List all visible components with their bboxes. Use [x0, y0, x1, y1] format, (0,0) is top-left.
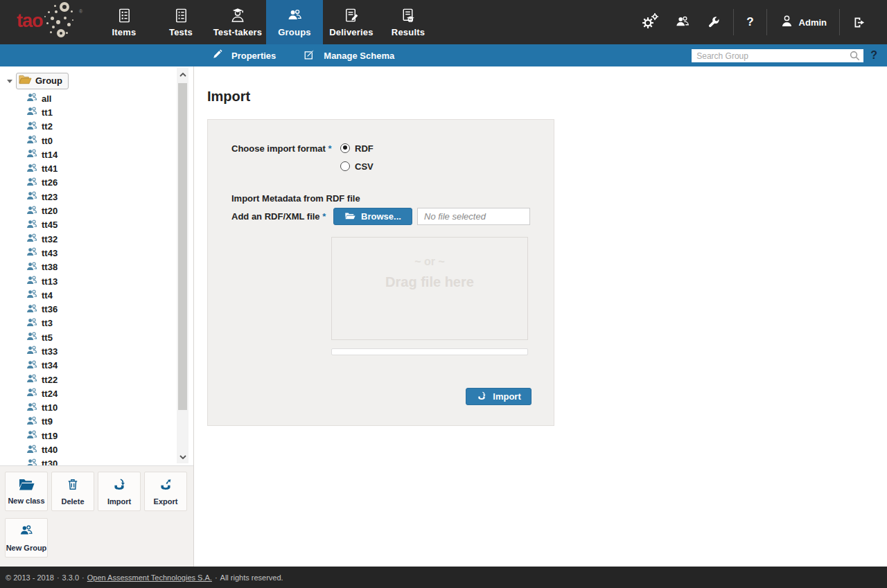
tree-item[interactable]: tt0	[26, 134, 193, 148]
tree-item[interactable]: tt2	[26, 120, 193, 134]
format-label: Choose import format *	[231, 142, 340, 178]
tree-item[interactable]: tt9	[26, 415, 193, 429]
tree-item[interactable]: tt30	[26, 457, 193, 466]
rdf-radio[interactable]	[340, 143, 350, 153]
group-users-icon	[26, 444, 37, 456]
user-management-icon[interactable]	[674, 15, 691, 30]
tree-item[interactable]: tt19	[26, 429, 193, 443]
group-users-icon	[26, 148, 37, 161]
import-form-panel: Choose import format * RDF CSV Import Me…	[207, 119, 554, 426]
browse-button[interactable]: Browse...	[333, 208, 412, 225]
tree-item[interactable]: tt20	[26, 204, 193, 217]
tree-item[interactable]: tt33	[26, 344, 193, 358]
footer-rights: All rights reserved.	[220, 573, 283, 582]
tree-item[interactable]: all	[26, 91, 193, 105]
tree-item[interactable]: tt26	[26, 176, 193, 190]
tree-root-label: Group	[35, 75, 62, 86]
delete-button[interactable]: Delete	[51, 472, 94, 511]
csv-radio[interactable]	[340, 161, 350, 171]
company-link[interactable]: Open Assessment Technologies S.A.	[87, 573, 212, 582]
navbar-separator	[839, 9, 840, 35]
tree-item[interactable]: tt22	[26, 373, 193, 386]
new-class-label: New class	[8, 497, 44, 505]
format-option-csv[interactable]: CSV	[340, 160, 464, 172]
scrollbar-thumb[interactable]	[178, 83, 187, 410]
app-window: tao ®	[0, 0, 887, 588]
drag-drop-zone[interactable]: ~ or ~ Drag file here	[331, 237, 528, 340]
caret-down-icon[interactable]	[7, 80, 12, 83]
group-users-icon	[26, 92, 37, 105]
tree-item-label: tt30	[42, 458, 58, 466]
drag-file-here-text: Drag file here	[332, 274, 527, 290]
tree-item[interactable]: tt4	[26, 288, 193, 302]
tree-item[interactable]: tt3	[26, 317, 193, 330]
tree-item[interactable]: tt14	[26, 148, 193, 161]
tree-item[interactable]: tt43	[26, 246, 193, 260]
tree-item-label: tt9	[42, 416, 53, 427]
tao-logo-text: tao	[17, 10, 43, 32]
tree-item[interactable]: tt41	[26, 161, 193, 175]
tree-item[interactable]: tt5	[26, 330, 193, 344]
tree-scrollbar[interactable]	[177, 68, 188, 463]
tree-item-label: tt23	[42, 192, 58, 202]
tree-root-group[interactable]: Group	[7, 73, 193, 89]
tao-logo[interactable]: tao ®	[0, 0, 96, 44]
selected-file-field[interactable]: No file selected	[417, 208, 530, 225]
export-button[interactable]: Export	[144, 472, 187, 511]
tab-tests[interactable]: Tests	[152, 0, 209, 44]
tree-item[interactable]: tt10	[26, 401, 193, 415]
import-submit-button[interactable]: Import	[466, 388, 532, 405]
tree-item-label: tt14	[42, 150, 58, 160]
tree-item-label: tt33	[42, 346, 58, 357]
tree-item[interactable]: tt24	[26, 386, 193, 400]
new-group-button[interactable]: New Group	[5, 518, 48, 558]
tree-item[interactable]: tt40	[26, 443, 193, 456]
tab-groups[interactable]: Groups	[266, 0, 323, 44]
tree-item[interactable]: tt38	[26, 260, 193, 274]
format-option-rdf[interactable]: RDF	[340, 142, 464, 154]
new-class-button[interactable]: New class	[5, 472, 48, 511]
tab-items-label: Items	[112, 27, 137, 37]
tree-item-label: tt2	[42, 121, 53, 132]
tree-item-label: tt13	[42, 276, 58, 287]
deliveries-icon	[343, 7, 360, 24]
logout-icon[interactable]	[852, 15, 867, 30]
help-icon[interactable]: ?	[746, 15, 753, 29]
tree-root-selected-box[interactable]: Group	[16, 73, 69, 89]
properties-button[interactable]: Properties	[212, 49, 276, 62]
tree-item[interactable]: tt1	[26, 105, 193, 119]
tab-deliveries[interactable]: Deliveries	[323, 0, 380, 44]
tab-results[interactable]: Results	[380, 0, 437, 44]
manage-schema-label: Manage Schema	[324, 51, 394, 61]
search-icon[interactable]	[849, 50, 861, 64]
tab-items[interactable]: Items	[96, 0, 152, 44]
scroll-up-icon[interactable]	[177, 69, 188, 80]
tree-panel: Group all tt1	[0, 66, 193, 466]
tree-item[interactable]: tt45	[26, 218, 193, 232]
group-users-icon	[26, 331, 37, 344]
format-row: Choose import format * RDF CSV	[231, 142, 554, 178]
browse-label: Browse...	[361, 211, 401, 222]
section-help-icon[interactable]: ?	[870, 49, 877, 62]
tree-item-label: tt45	[42, 220, 58, 230]
tree-item-label: tt1	[42, 107, 53, 118]
import-button-sidebar[interactable]: Import	[98, 472, 141, 511]
group-users-icon	[26, 121, 37, 133]
properties-pencil-icon	[212, 49, 222, 62]
tab-test-takers[interactable]: Test-takers	[209, 0, 266, 44]
search-input[interactable]	[692, 49, 863, 62]
scroll-down-icon[interactable]	[177, 452, 188, 462]
tree-item-label: tt36	[42, 304, 58, 314]
tree-item[interactable]: tt13	[26, 274, 193, 288]
metadata-section-label: Import Metadata from RDF file	[231, 193, 554, 204]
tree-item[interactable]: tt32	[26, 232, 193, 246]
tree-item[interactable]: tt34	[26, 359, 193, 373]
group-users-icon	[26, 359, 37, 372]
manage-schema-button[interactable]: Manage Schema	[304, 49, 394, 62]
admin-user-menu[interactable]: Admin	[780, 14, 827, 30]
tree-item[interactable]: tt36	[26, 302, 193, 316]
tools-wrench-icon[interactable]	[706, 15, 721, 30]
group-users-icon	[26, 233, 37, 245]
tree-item[interactable]: tt23	[26, 190, 193, 204]
settings-gears-icon[interactable]	[641, 14, 659, 30]
